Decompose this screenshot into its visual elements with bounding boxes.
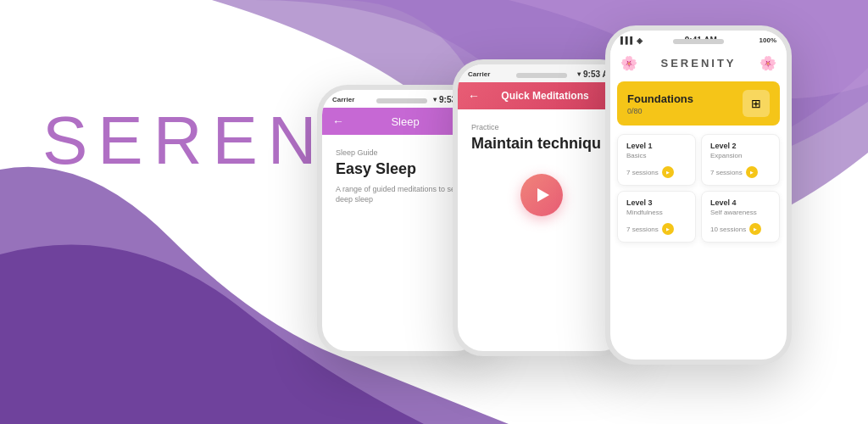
phone-home: ▌▌▌ ◈ 9:41 AM 100% 🌸 SERENITY 🌸 Foundati… [605, 25, 792, 365]
wifi-icon-3: ◈ [637, 36, 643, 45]
lotus-icon-left: 🌸 [620, 55, 637, 71]
level-4-subtitle: Self awareness [710, 209, 771, 216]
nav-bar-2: ← Quick Meditations [458, 82, 626, 109]
foundations-banner[interactable]: Foundations 0/80 ⊞ [617, 81, 780, 126]
phone-notch [376, 98, 427, 103]
level-card-4[interactable]: Level 4 Self awareness 10 sessions [701, 191, 780, 243]
screen-title-2: Quick Meditations [487, 90, 604, 102]
back-arrow-1[interactable]: ← [332, 114, 344, 128]
level-3-subtitle: Mindfulness [626, 209, 687, 216]
battery: 100% [760, 36, 776, 44]
wifi-icon-2: ▾ [577, 70, 581, 78]
screen-label-1: Sleep Guide [336, 148, 468, 157]
app-header-3: 🌸 SERENITY 🌸 [610, 48, 787, 78]
level-2-sessions: 7 sessions [710, 166, 771, 178]
level-1-title: Level 1 [626, 142, 687, 150]
level-4-title: Level 4 [710, 198, 771, 207]
level-card-3[interactable]: Level 3 Mindfulness 7 sessions [617, 191, 696, 243]
screen-heading-1: Easy Sleep [336, 160, 468, 179]
level-3-title: Level 3 [626, 198, 687, 207]
session-dot-2 [746, 166, 758, 178]
play-button[interactable] [520, 174, 563, 216]
level-1-sessions: 7 sessions [626, 166, 687, 178]
levels-grid: Level 1 Basics 7 sessions Level 2 Expans… [610, 129, 787, 248]
screen-title-1: Sleep [351, 115, 459, 128]
wifi-icon-1: ▾ [433, 96, 437, 103]
carrier-1: Carrier [332, 96, 354, 103]
screen-desc-1: A range of guided meditations to send de… [336, 184, 468, 205]
phone-meditations: Carrier ▾ 9:53 AM ← Quick Meditations Pr… [453, 59, 631, 356]
meditation-content: Practice Maintain techniqu [458, 109, 626, 230]
foundations-icon: ⊞ [743, 90, 770, 117]
phones-area: Carrier ▾ 9:53 AM ← Sleep Sleep Guide Ea… [275, 0, 868, 424]
level-card-2[interactable]: Level 2 Expansion 7 sessions [701, 134, 780, 186]
practice-title: Maintain techniqu [471, 135, 612, 153]
level-2-subtitle: Expansion [710, 152, 771, 159]
level-1-subtitle: Basics [626, 152, 687, 159]
foundations-title: Foundations [627, 92, 693, 105]
back-arrow-2[interactable]: ← [468, 89, 480, 103]
session-dot-1 [662, 166, 674, 178]
lotus-icon-right: 🌸 [760, 55, 776, 71]
phone-notch-3 [673, 39, 724, 44]
foundations-info: Foundations 0/80 [627, 92, 693, 115]
level-2-title: Level 2 [710, 142, 771, 150]
level-3-sessions: 7 sessions [626, 223, 687, 235]
level-card-1[interactable]: Level 1 Basics 7 sessions [617, 134, 696, 186]
practice-label: Practice [471, 123, 612, 131]
phone-notch-2 [516, 73, 567, 78]
app-name-3: SERENITY [660, 57, 736, 70]
foundations-progress: 0/80 [627, 107, 693, 115]
signal-icon: ▌▌▌ [620, 36, 635, 44]
session-dot-3 [662, 223, 674, 235]
play-button-area [471, 174, 612, 216]
carrier-2: Carrier [468, 70, 490, 78]
level-4-sessions: 10 sessions [710, 223, 771, 235]
session-dot-4 [749, 223, 761, 235]
